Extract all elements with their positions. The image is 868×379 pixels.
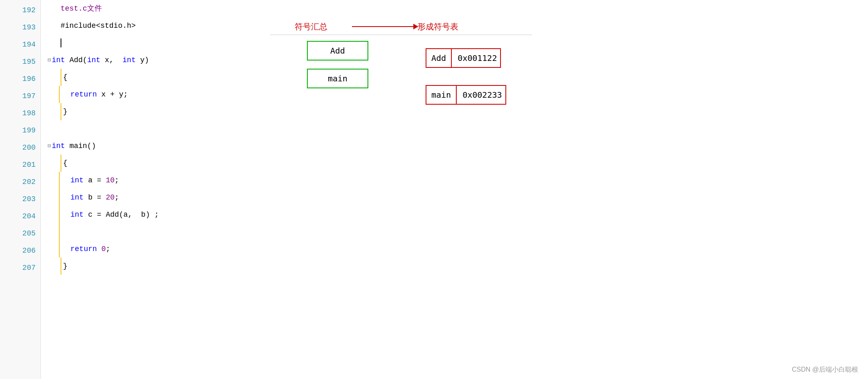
filename-text: test.c文件 — [61, 0, 102, 17]
code-line-203: int b = 20 ; — [41, 189, 868, 206]
guide-202a — [59, 172, 61, 189]
brace-close-main: } — [61, 258, 68, 275]
line-num-197: 197 — [0, 86, 41, 103]
guide-203a — [59, 189, 61, 206]
line-num-198: 198 — [0, 103, 41, 120]
line-num-206: 206 — [0, 240, 41, 258]
code-line-193: #include<stdio.h> — [41, 17, 868, 34]
code-line-199 — [41, 120, 868, 137]
brace-close-add: } — [61, 103, 68, 120]
line-num-201: 201 — [0, 155, 41, 172]
line-num-192: 192 — [0, 0, 41, 17]
line-num-205: 205 — [0, 223, 41, 240]
line-num-207: 207 — [0, 258, 41, 275]
kw-return-197: return — [70, 86, 97, 103]
num-10: 10 — [106, 172, 115, 189]
watermark: CSDN @后端小白聪根 — [792, 366, 858, 374]
code-line-197: return x + y; — [41, 86, 868, 103]
var-b: b = — [83, 189, 106, 206]
line-num-202: 202 — [0, 172, 41, 189]
code-line-196: { — [41, 69, 868, 86]
code-line-204: int c = Add(a, b) ; — [41, 206, 868, 223]
code-line-205 — [41, 223, 868, 240]
kw-return-206: return — [70, 240, 97, 258]
return-0 — [97, 240, 101, 258]
line-numbers-column: 192 193 194 195 196 197 198 199 200 201 … — [0, 0, 41, 379]
code-line-192: test.c文件 — [41, 0, 868, 17]
semi-202: ; — [115, 172, 119, 189]
code-line-200: ⊟ int main() — [41, 137, 868, 155]
line-num-195: 195 — [0, 52, 41, 69]
line-num-204: 204 — [0, 206, 41, 223]
fn-main: main() — [70, 137, 96, 155]
kw-int-204: int — [70, 206, 83, 223]
line-num-199: 199 — [0, 120, 41, 137]
main-container: 192 193 194 195 196 197 198 199 200 201 … — [0, 0, 868, 379]
fn-add: Add( — [70, 52, 87, 69]
code-line-194 — [41, 34, 868, 52]
space-y: y) — [136, 52, 149, 69]
kw-int-195: int — [52, 52, 65, 69]
space-195a — [65, 52, 70, 69]
code-line-207: } — [41, 258, 868, 275]
guide-204a — [59, 206, 61, 223]
var-c: c = Add(a, b) ; — [83, 206, 159, 223]
code-line-198: } — [41, 103, 868, 120]
var-a: a = — [83, 172, 106, 189]
line-num-203: 203 — [0, 189, 41, 206]
code-line-206: return 0 ; — [41, 240, 868, 258]
code-line-202: int a = 10 ; — [41, 172, 868, 189]
space-x: x, — [100, 52, 122, 69]
kw-int-202: int — [70, 172, 83, 189]
code-line-195: ⊟ int Add( int x, int y) — [41, 52, 868, 69]
collapse-195: ⊟ — [47, 52, 51, 69]
semi-206: ; — [106, 240, 110, 258]
return-expr: x + y; — [97, 86, 128, 103]
brace-open-main: { — [61, 155, 68, 172]
kw-int-200: int — [52, 137, 65, 155]
num-0: 0 — [101, 240, 106, 258]
kw-int-x: int — [87, 52, 100, 69]
semi-203: ; — [115, 189, 119, 206]
code-area[interactable]: test.c文件 #include<stdio.h> ⊟ int Add( in… — [41, 0, 868, 379]
code-line-201: { — [41, 155, 868, 172]
line-num-200: 200 — [0, 137, 41, 155]
brace-open-add: { — [61, 69, 68, 86]
line-num-196: 196 — [0, 69, 41, 86]
guide-206a — [59, 240, 61, 258]
guide-205a — [59, 223, 61, 240]
line-num-194: 194 — [0, 34, 41, 52]
space-200 — [65, 137, 70, 155]
kw-int-203: int — [70, 189, 83, 206]
kw-int-y: int — [122, 52, 135, 69]
include-text: #include<stdio.h> — [61, 17, 136, 34]
line-num-193: 193 — [0, 17, 41, 34]
text-cursor — [61, 38, 61, 47]
num-20: 20 — [106, 189, 115, 206]
guide-197a — [59, 86, 61, 103]
collapse-200: ⊟ — [47, 137, 51, 155]
